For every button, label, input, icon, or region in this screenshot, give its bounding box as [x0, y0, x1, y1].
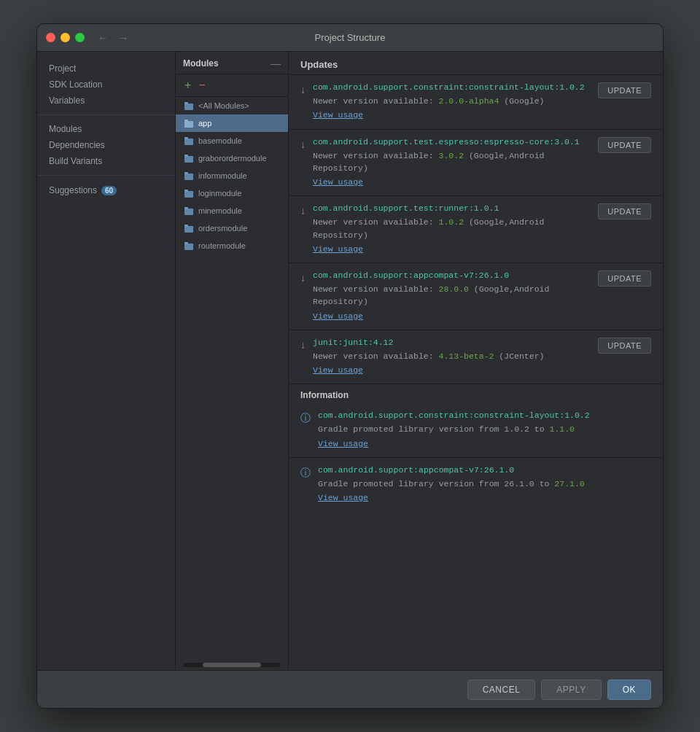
update-desc-4: Newer version available: 4.13-beta-2 (JC…	[313, 350, 591, 377]
titlebar: ← → Project Structure	[37, 24, 663, 52]
update-package-1: com.android.support.test.espresso:espres…	[313, 137, 591, 147]
view-usage-link-0[interactable]: View usage	[313, 109, 591, 121]
update-button-0[interactable]: UPDATE	[598, 82, 651, 98]
sidebar-item-dependencies[interactable]: Dependencies	[37, 137, 175, 153]
view-usage-link-3[interactable]: View usage	[313, 310, 591, 322]
svg-rect-7	[184, 155, 188, 157]
module-item-informmodule[interactable]: informmodule	[176, 167, 288, 184]
version-highlight-4: 4.13-beta-2	[439, 351, 494, 361]
cancel-button[interactable]: CANCEL	[467, 680, 536, 700]
module-app-icon	[183, 117, 195, 129]
update-package-2: com.android.support.test:runner:1.0.1	[313, 203, 591, 213]
module-label: graborordermodule	[198, 154, 267, 163]
update-button-2[interactable]: UPDATE	[598, 203, 651, 219]
update-package-4: junit:junit:4.12	[313, 338, 591, 347]
module-label: routermodule	[198, 241, 246, 250]
download-icon-2: ↓	[300, 205, 306, 217]
info-view-usage-0[interactable]: View usage	[318, 437, 651, 450]
close-button[interactable]	[46, 33, 55, 42]
back-arrow[interactable]: ←	[95, 31, 111, 45]
info-desc-1: Gradle promoted library version from 26.…	[318, 478, 651, 505]
module-item-ordersmodule[interactable]: ordersmodule	[176, 219, 288, 237]
modules-scrollbar[interactable]	[183, 663, 281, 667]
svg-rect-2	[184, 121, 193, 128]
modules-header: Modules —	[176, 52, 288, 74]
forward-arrow[interactable]: →	[115, 31, 131, 45]
view-usage-link-2[interactable]: View usage	[313, 243, 591, 255]
module-item-app[interactable]: app	[176, 114, 288, 132]
update-action-3: UPDATE	[598, 270, 651, 287]
ok-button[interactable]: OK	[607, 680, 651, 700]
module-item-minemodule[interactable]: minemodule	[176, 202, 288, 219]
sidebar-item-modules[interactable]: Modules	[37, 121, 175, 137]
updates-list[interactable]: ↓ com.android.support.constraint:constra…	[289, 75, 663, 670]
svg-rect-6	[184, 156, 193, 163]
module-folder-icon	[183, 222, 195, 234]
view-usage-link-4[interactable]: View usage	[313, 364, 591, 376]
module-folder-icon	[183, 135, 195, 147]
project-structure-dialog: ← → Project Structure Project SDK Locati…	[36, 23, 664, 709]
modules-panel: Modules — + − <All Modules>	[176, 52, 289, 670]
update-action-2: UPDATE	[598, 203, 651, 219]
module-item-graborordermodule[interactable]: graborordermodule	[176, 149, 288, 167]
module-label: minemodule	[198, 206, 242, 215]
update-action-1: UPDATE	[598, 137, 651, 153]
module-label: informmodule	[198, 171, 247, 180]
update-body-1: com.android.support.test.espresso:espres…	[313, 137, 591, 189]
svg-rect-15	[184, 225, 188, 227]
svg-rect-0	[184, 104, 193, 110]
module-label: basemodule	[198, 136, 242, 145]
add-module-button[interactable]: +	[183, 78, 192, 93]
module-item-all-modules[interactable]: <All Modules>	[176, 97, 288, 114]
apply-button[interactable]: APPLY	[541, 680, 601, 700]
info-version-1: 27.1.0	[554, 479, 584, 488]
modules-toolbar: + −	[176, 74, 288, 97]
sidebar-item-build-variants[interactable]: Build Variants	[37, 153, 175, 169]
update-button-4[interactable]: UPDATE	[598, 338, 651, 354]
update-action-4: UPDATE	[598, 338, 651, 354]
minimize-button[interactable]	[61, 33, 70, 42]
sidebar-item-sdk-location[interactable]: SDK Location	[37, 77, 175, 93]
sidebar-item-project[interactable]: Project	[37, 61, 175, 77]
update-action-0: UPDATE	[598, 82, 651, 98]
svg-rect-4	[184, 139, 193, 145]
module-folder-icon	[183, 240, 195, 252]
maximize-button[interactable]	[75, 33, 85, 42]
update-entry-1: ↓ com.android.support.test.espresso:espr…	[289, 130, 663, 197]
update-desc-1: Newer version available: 3.0.2 (Google,A…	[313, 149, 591, 189]
svg-rect-16	[184, 244, 193, 250]
svg-rect-1	[184, 102, 188, 104]
module-item-routermodule[interactable]: routermodule	[176, 237, 288, 254]
version-highlight-2: 1.0.2	[439, 217, 464, 227]
sidebar-item-suggestions[interactable]: Suggestions 60	[37, 182, 175, 199]
svg-rect-8	[184, 174, 193, 180]
info-icon-1: ⓘ	[300, 467, 311, 480]
sidebar-item-variables[interactable]: Variables	[37, 93, 175, 109]
module-label: loginmodule	[198, 189, 241, 198]
modules-minimize-icon[interactable]: —	[271, 58, 281, 69]
view-usage-link-1[interactable]: View usage	[313, 176, 591, 188]
traffic-lights	[46, 33, 85, 42]
remove-module-button[interactable]: −	[197, 78, 206, 93]
update-desc-2: Newer version available: 1.0.2 (Google,A…	[313, 216, 591, 255]
update-body-3: com.android.support:appcompat-v7:26.1.0 …	[313, 270, 591, 322]
module-label: <All Modules>	[198, 101, 249, 110]
info-entry-1: ⓘ com.android.support:appcompat-v7:26.1.…	[289, 458, 663, 512]
modules-title: Modules	[183, 58, 219, 69]
version-highlight-3: 28.0.0	[439, 284, 469, 294]
update-body-0: com.android.support.constraint:constrain…	[313, 82, 591, 122]
svg-rect-12	[184, 209, 193, 215]
info-icon-0: ⓘ	[300, 412, 311, 425]
nav-divider-2	[37, 175, 175, 176]
module-item-basemodule[interactable]: basemodule	[176, 132, 288, 149]
update-desc-0: Newer version available: 2.0.0-alpha4 (G…	[313, 95, 591, 122]
module-item-loginmodule[interactable]: loginmodule	[176, 184, 288, 202]
download-icon-3: ↓	[300, 272, 306, 284]
svg-rect-10	[184, 191, 193, 198]
update-button-3[interactable]: UPDATE	[598, 270, 651, 287]
update-package-3: com.android.support:appcompat-v7:26.1.0	[313, 270, 591, 280]
info-view-usage-1[interactable]: View usage	[318, 491, 651, 504]
update-button-1[interactable]: UPDATE	[598, 137, 651, 153]
svg-rect-17	[184, 242, 188, 244]
module-label: ordersmodule	[198, 224, 247, 233]
